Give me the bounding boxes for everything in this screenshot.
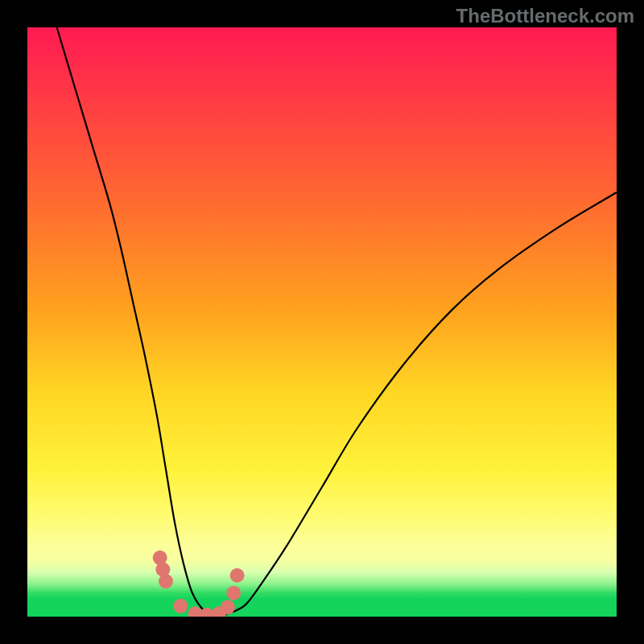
- bottleneck-curve: [57, 27, 617, 617]
- marker-dot: [153, 551, 167, 565]
- marker-dot: [159, 574, 173, 588]
- watermark-text: TheBottleneck.com: [456, 5, 634, 27]
- highlighted-points: [153, 551, 245, 617]
- marker-dot: [221, 600, 235, 614]
- curve-layer: [27, 27, 617, 617]
- marker-dot: [155, 562, 170, 576]
- marker-dot: [226, 586, 241, 601]
- marker-dot: [173, 599, 188, 613]
- marker-dot: [212, 606, 226, 617]
- marker-dot: [200, 608, 214, 617]
- chart-frame: TheBottleneck.com: [0, 0, 644, 644]
- marker-dot: [188, 606, 203, 617]
- plot-area: [27, 27, 617, 617]
- marker-dot: [230, 568, 245, 583]
